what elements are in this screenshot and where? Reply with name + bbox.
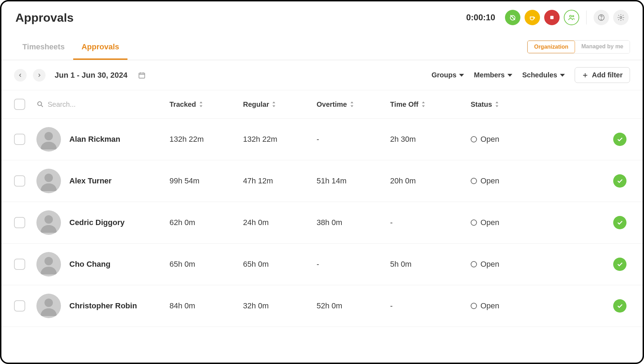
cell-overtime: 38h 0m bbox=[317, 218, 390, 227]
filter-members[interactable]: Members bbox=[474, 71, 512, 79]
add-filter-label: Add filter bbox=[592, 71, 623, 79]
cell-tracked: 84h 0m bbox=[169, 301, 243, 310]
member-name: Cedric Diggory bbox=[69, 218, 125, 227]
page-title: Approvals bbox=[15, 11, 74, 24]
search-input[interactable] bbox=[48, 100, 125, 108]
sort-icon bbox=[495, 101, 499, 107]
avatar bbox=[36, 294, 61, 318]
svg-point-2 bbox=[570, 15, 572, 18]
member-name: Cho Chang bbox=[69, 260, 110, 269]
table-row: Cho Chang 65h 0m 65h 0m - 5h 0m Open bbox=[1, 244, 643, 285]
col-header-timeoff[interactable]: Time Off bbox=[390, 100, 471, 108]
member-name: Alex Turner bbox=[69, 176, 112, 186]
cell-overtime: - bbox=[317, 260, 390, 269]
cell-timeoff: - bbox=[390, 218, 471, 227]
svg-point-14 bbox=[44, 215, 53, 224]
cell-status: Open bbox=[480, 176, 499, 186]
svg-rect-1 bbox=[550, 16, 553, 19]
chevron-left-icon bbox=[18, 73, 23, 78]
col-header-overtime[interactable]: Overtime bbox=[317, 100, 390, 108]
prev-period-button[interactable] bbox=[14, 69, 27, 82]
avatar bbox=[36, 169, 61, 193]
settings-button[interactable] bbox=[613, 10, 629, 25]
tab-approvals[interactable]: Approvals bbox=[73, 34, 128, 60]
approve-button[interactable] bbox=[613, 258, 626, 271]
cell-status: Open bbox=[480, 301, 499, 310]
table-row: Christopher Robin 84h 0m 32h 0m 52h 0m -… bbox=[1, 285, 643, 327]
avatar bbox=[36, 210, 61, 235]
filter-groups-label: Groups bbox=[431, 71, 456, 79]
row-checkbox[interactable] bbox=[14, 300, 25, 312]
approve-button[interactable] bbox=[613, 133, 626, 146]
filter-schedules-label: Schedules bbox=[522, 71, 557, 79]
svg-point-10 bbox=[44, 132, 53, 140]
cell-overtime: 52h 0m bbox=[317, 301, 390, 310]
cell-regular: 65h 0m bbox=[243, 260, 317, 269]
col-header-status-label: Status bbox=[471, 100, 492, 108]
filter-members-label: Members bbox=[474, 71, 505, 79]
check-icon bbox=[616, 136, 623, 143]
col-header-status[interactable]: Status bbox=[471, 100, 541, 108]
chevron-right-icon bbox=[37, 73, 42, 78]
header-divider bbox=[586, 10, 587, 24]
approve-button[interactable] bbox=[613, 216, 626, 229]
row-checkbox[interactable] bbox=[14, 134, 25, 145]
cell-status: Open bbox=[480, 260, 499, 269]
cell-timeoff: 5h 0m bbox=[390, 260, 471, 269]
row-checkbox[interactable] bbox=[14, 175, 25, 187]
col-header-overtime-label: Overtime bbox=[317, 100, 347, 108]
select-all-checkbox[interactable] bbox=[14, 99, 25, 110]
cell-tracked: 62h 0m bbox=[169, 218, 243, 227]
svg-point-12 bbox=[44, 174, 53, 182]
team-button[interactable] bbox=[564, 10, 579, 25]
cell-overtime: 51h 14m bbox=[317, 176, 390, 186]
col-header-regular-label: Regular bbox=[243, 100, 269, 108]
plus-icon bbox=[582, 72, 588, 78]
calendar-picker[interactable] bbox=[138, 71, 146, 79]
caret-down-icon bbox=[560, 74, 565, 77]
member-name: Christopher Robin bbox=[69, 301, 137, 310]
cell-regular: 32h 0m bbox=[243, 301, 317, 310]
approve-button[interactable] bbox=[613, 299, 626, 313]
table-row: Alex Turner 99h 54m 47h 12m 51h 14m 20h … bbox=[1, 160, 643, 202]
cell-regular: 132h 22m bbox=[243, 135, 317, 144]
svg-point-18 bbox=[44, 299, 53, 307]
coffee-icon bbox=[529, 14, 536, 21]
filter-groups[interactable]: Groups bbox=[431, 71, 464, 79]
col-header-timeoff-label: Time Off bbox=[390, 100, 418, 108]
avatar bbox=[36, 127, 61, 152]
next-period-button[interactable] bbox=[33, 69, 46, 82]
col-header-tracked[interactable]: Tracked bbox=[169, 100, 243, 108]
member-name: Alan Rickman bbox=[69, 135, 120, 144]
svg-point-8 bbox=[38, 102, 42, 106]
col-header-regular[interactable]: Regular bbox=[243, 100, 317, 108]
table-row: Cedric Diggory 62h 0m 24h 0m 38h 0m - Op… bbox=[1, 202, 643, 244]
clock-off-icon bbox=[509, 14, 516, 21]
cell-tracked: 65h 0m bbox=[169, 260, 243, 269]
svg-point-3 bbox=[573, 16, 574, 17]
svg-rect-7 bbox=[139, 73, 145, 78]
row-checkbox[interactable] bbox=[14, 259, 25, 270]
add-filter-button[interactable]: Add filter bbox=[575, 67, 630, 83]
search-icon bbox=[36, 100, 44, 108]
filter-schedules[interactable]: Schedules bbox=[522, 71, 565, 79]
row-checkbox[interactable] bbox=[14, 217, 25, 228]
timer-action-1[interactable] bbox=[505, 10, 520, 25]
scope-managed-by-me[interactable]: Managed by me bbox=[575, 41, 630, 53]
timer-break[interactable] bbox=[525, 10, 540, 25]
status-indicator-icon bbox=[471, 303, 477, 309]
cell-timeoff: 20h 0m bbox=[390, 176, 471, 186]
svg-point-6 bbox=[620, 16, 622, 19]
timer-display: 0:00:10 bbox=[466, 13, 495, 22]
cell-timeoff: - bbox=[390, 301, 471, 310]
sort-icon bbox=[272, 101, 276, 107]
date-range-display[interactable]: Jun 1 - Jun 30, 2024 bbox=[55, 71, 127, 80]
tab-timesheets[interactable]: Timesheets bbox=[14, 34, 73, 60]
timer-stop[interactable] bbox=[544, 10, 560, 25]
approve-button[interactable] bbox=[613, 174, 626, 188]
cell-regular: 24h 0m bbox=[243, 218, 317, 227]
sort-icon bbox=[199, 101, 203, 107]
help-button[interactable] bbox=[594, 10, 609, 25]
scope-organization[interactable]: Organization bbox=[527, 41, 575, 53]
check-icon bbox=[616, 261, 623, 268]
